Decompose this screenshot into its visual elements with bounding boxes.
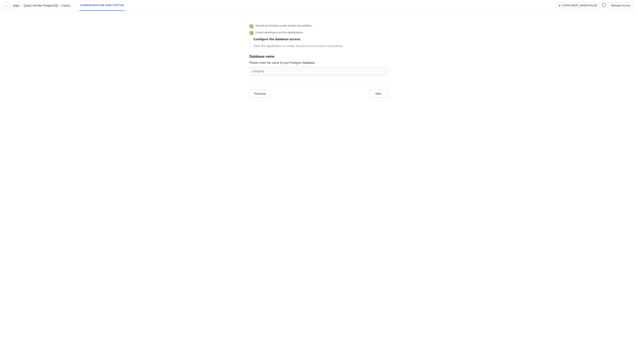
shield-icon — [602, 3, 606, 8]
next-button[interactable]: Next — [369, 90, 388, 98]
tab-configuration-status[interactable]: CONFIGURATION AND STATUS — [79, 0, 124, 11]
manage-access-button[interactable]: Manage Access — [608, 2, 634, 8]
previous-button[interactable]: Previous — [250, 90, 270, 98]
checklist-label-start: Start the application to create secure p… — [254, 44, 343, 48]
form-section: Database name Please enter the name of y… — [250, 55, 388, 76]
apps-link[interactable]: Apps — [13, 4, 20, 7]
checklist-item-grant: ✅ Grant privileges to the application. — [250, 30, 388, 35]
check-icon-grant: ✅ — [250, 31, 254, 35]
nav-tabs: CONFIGURATION AND STATUS — [79, 0, 557, 11]
button-row: Previous Next — [250, 90, 388, 98]
breadcrumb-separator: / — [21, 4, 22, 7]
navbar: ‹ Apps / Query remote PostgreSQL - Conne… — [0, 0, 637, 11]
checklist-label-configure: Configure the database access. — [254, 37, 301, 41]
check-icon-configure: □ — [250, 38, 251, 42]
nav-right: CONSUMER_WAREHOUSE Manage Access — [556, 2, 634, 8]
back-button[interactable]: ‹ — [4, 2, 10, 9]
app-title: Query remote PostgreSQL - Conne... — [24, 4, 72, 7]
check-icon-enroll: ✅ — [250, 24, 254, 28]
checklist-item-start: □ Start the application to create secure… — [250, 44, 388, 49]
section-title: Database name — [250, 55, 388, 58]
field-label: Please enter the name of your Postgres d… — [250, 61, 388, 64]
checklist-item-configure: □ Configure the database access. — [250, 37, 388, 42]
checklist-item-enroll: ✅ Enroll an Ockam node inside Snowflake. — [250, 24, 388, 28]
divider — [250, 84, 388, 84]
warehouse-badge[interactable]: CONSUMER_WAREHOUSE — [556, 3, 600, 8]
main-content: ✅ Enroll an Ockam node inside Snowflake.… — [244, 24, 393, 98]
database-name-input[interactable] — [250, 66, 388, 76]
checklist-label-grant: Grant privileges to the application. — [256, 30, 304, 34]
warehouse-name: CONSUMER_WAREHOUSE — [562, 4, 597, 7]
warehouse-status-dot — [559, 5, 560, 6]
checklist-label-enroll: Enroll an Ockam node inside Snowflake. — [256, 24, 312, 27]
check-icon-start: □ — [250, 44, 251, 49]
checklist: ✅ Enroll an Ockam node inside Snowflake.… — [250, 24, 388, 49]
